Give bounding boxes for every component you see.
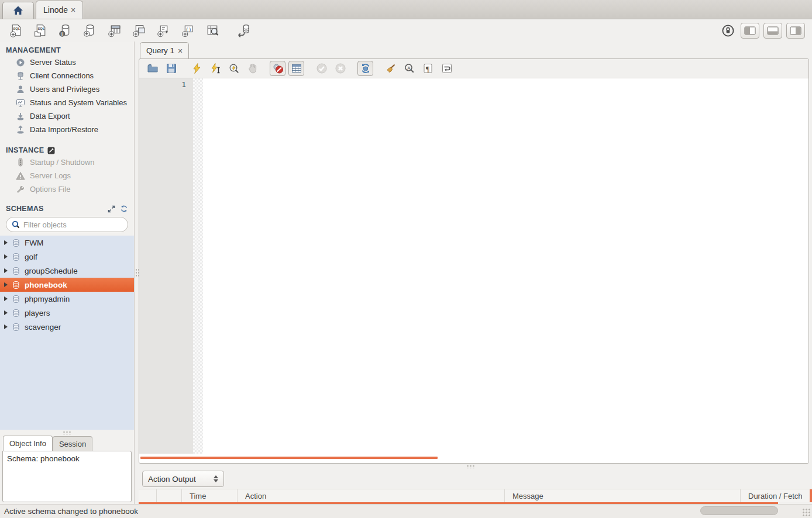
sql-editor-frame: A ¶ 1 — [139, 58, 809, 464]
schema-row-golf[interactable]: golf — [0, 250, 134, 264]
window-tab-bar: Linode × — [0, 0, 812, 19]
notification-beacon-icon[interactable] — [719, 22, 737, 39]
data-export-icon — [16, 112, 25, 121]
options-file-icon — [16, 185, 25, 194]
sidebar-bottom-splitter[interactable] — [0, 430, 134, 436]
tab-session[interactable]: Session — [53, 436, 92, 451]
output-type-select[interactable]: Action Output — [142, 471, 224, 487]
search-table-data-icon[interactable] — [204, 22, 221, 39]
schema-row-phonebook-selected[interactable]: phonebook — [0, 278, 134, 292]
connection-tab-label: Linode — [43, 5, 68, 15]
expander-icon[interactable] — [4, 296, 8, 301]
sidebar-item-options-file[interactable]: Options File — [0, 182, 134, 196]
schema-inspector-icon[interactable]: i — [56, 22, 74, 39]
rollback-icon[interactable] — [332, 61, 348, 76]
object-info-panel: Schema: phonebook — [2, 451, 132, 502]
create-table-icon[interactable] — [105, 22, 123, 39]
main-panel: Query 1 × — [139, 42, 812, 504]
server-status-icon — [16, 58, 25, 67]
data-import-icon — [16, 125, 25, 134]
schema-row-groupschedule[interactable]: groupSchedule — [0, 264, 134, 278]
sidebar-item-data-import[interactable]: Data Import/Restore — [0, 123, 134, 136]
open-sql-script-icon[interactable]: SQL — [32, 22, 49, 39]
schema-icon — [12, 323, 20, 331]
horizontal-scrollbar-thumb[interactable] — [700, 506, 778, 515]
find-icon[interactable]: A — [401, 61, 417, 76]
create-function-icon[interactable]: ( ) — [179, 22, 197, 39]
query-tab-close-icon[interactable]: × — [178, 47, 183, 55]
status-message: Active schema changed to phonebook — [4, 507, 138, 516]
refresh-schemas-icon[interactable] — [119, 205, 128, 213]
toggle-wrap-icon[interactable] — [439, 61, 455, 76]
schema-row-scavenger[interactable]: scavenger — [0, 320, 134, 334]
schema-list: FWM golf groupSchedule phonebook — [0, 236, 134, 430]
toggle-stop-on-error-icon[interactable] — [270, 61, 285, 76]
code-area[interactable] — [203, 78, 808, 454]
expander-icon[interactable] — [4, 240, 8, 245]
window-resize-grip-icon[interactable] — [802, 508, 811, 517]
execute-icon[interactable] — [188, 61, 204, 76]
create-procedure-icon[interactable] — [154, 22, 172, 39]
tab-object-info[interactable]: Object Info — [3, 436, 53, 451]
stop-icon[interactable] — [245, 61, 260, 76]
expander-icon[interactable] — [4, 254, 8, 259]
commit-icon[interactable] — [314, 61, 329, 76]
reconnect-server-icon[interactable] — [234, 22, 252, 39]
instance-section-title: INSTANCE — [0, 144, 134, 156]
toggle-right-panel-button[interactable] — [786, 23, 805, 39]
schema-icon — [12, 253, 20, 261]
sidebar-item-users-privileges[interactable]: Users and Privileges — [0, 82, 134, 96]
schema-row-phpmyadmin[interactable]: phpmyadmin — [0, 292, 134, 306]
column-status — [139, 489, 157, 502]
content-area: MANAGEMENT Server Status Client Connecti… — [0, 42, 812, 504]
startup-shutdown-icon — [16, 158, 25, 167]
create-schema-icon[interactable] — [81, 22, 98, 39]
home-tab[interactable] — [2, 2, 34, 19]
toggle-left-panel-button[interactable] — [741, 23, 759, 39]
save-script-icon[interactable] — [163, 61, 179, 76]
editor-output-splitter[interactable] — [139, 464, 812, 469]
expander-icon[interactable] — [4, 282, 8, 287]
info-panel-tabs: Object Info Session — [0, 436, 134, 451]
sidebar-item-system-variables[interactable]: Status and System Variables — [0, 96, 134, 109]
open-script-icon[interactable] — [144, 61, 160, 76]
output-panel: Action Output Time Action Message Durati… — [139, 469, 812, 504]
schema-row-fwm[interactable]: FWM — [0, 236, 134, 250]
tab-query-1[interactable]: Query 1 × — [140, 42, 189, 58]
new-sql-script-icon[interactable]: SQL — [7, 22, 25, 39]
select-stepper-icon — [214, 475, 218, 482]
toggle-autocommit-icon[interactable] — [357, 61, 373, 76]
sql-editor-toolbar: A ¶ — [139, 59, 808, 78]
expander-icon[interactable] — [4, 310, 8, 315]
sidebar-item-server-status[interactable]: Server Status — [0, 56, 134, 69]
sidebar-item-server-logs[interactable]: Server Logs — [0, 169, 134, 182]
show-invisible-characters-icon[interactable]: ¶ — [420, 61, 436, 76]
output-right-accent — [810, 489, 812, 502]
editor-scroll-indicator[interactable] — [140, 457, 438, 459]
schema-row-players[interactable]: players — [0, 306, 134, 320]
schema-filter-input[interactable] — [23, 220, 126, 229]
explain-icon[interactable] — [226, 61, 242, 76]
schema-icon — [12, 239, 20, 247]
execute-current-statement-icon[interactable] — [207, 61, 223, 76]
sidebar-item-data-export[interactable]: Data Export — [0, 109, 134, 123]
expander-icon[interactable] — [4, 324, 8, 329]
svg-text:¶: ¶ — [426, 64, 429, 73]
svg-text:SQL: SQL — [13, 27, 20, 30]
workbench-window: Linode × SQL SQL i ( ) — [0, 0, 812, 518]
sql-editor[interactable]: 1 — [139, 78, 808, 463]
expand-schemas-icon[interactable] — [107, 205, 116, 213]
window-controls — [719, 22, 805, 39]
sidebar-main-splitter[interactable] — [135, 42, 139, 504]
beautify-icon[interactable] — [383, 61, 398, 76]
sidebar-item-client-connections[interactable]: Client Connections — [0, 69, 134, 82]
expander-icon[interactable] — [4, 268, 8, 273]
toggle-bottom-panel-button[interactable] — [763, 23, 782, 39]
connection-tab-close-icon[interactable]: × — [71, 6, 75, 14]
create-view-icon[interactable] — [130, 22, 147, 39]
sidebar-item-startup-shutdown[interactable]: Startup / Shutdown — [0, 156, 134, 169]
schema-icon — [12, 309, 20, 317]
limit-rows-icon[interactable] — [288, 61, 304, 76]
search-icon — [12, 220, 20, 229]
connection-tab[interactable]: Linode × — [36, 1, 83, 19]
